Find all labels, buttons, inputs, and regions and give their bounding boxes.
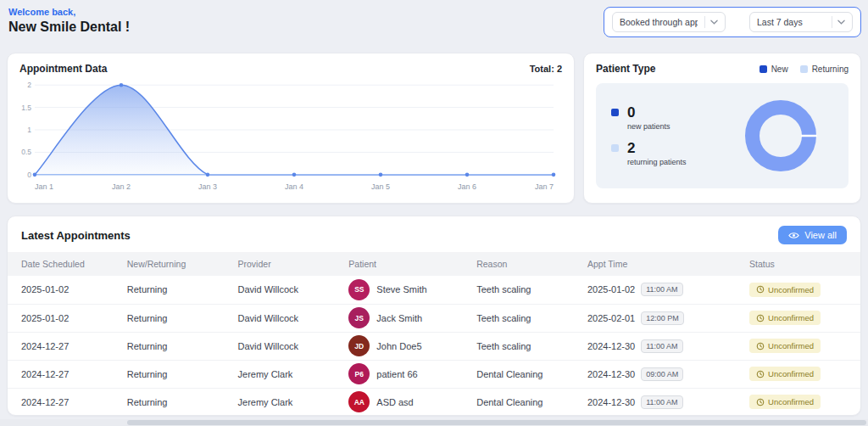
topbar: Welcome back, New Smile Dental ! Booked …	[8, 7, 861, 37]
cell-date-scheduled: 2025-01-02	[8, 304, 119, 332]
clinic-name: New Smile Dental !	[8, 20, 130, 35]
svg-text:Jan 6: Jan 6	[458, 182, 476, 191]
appointments-table: Date ScheduledNew/ReturningProviderPatie…	[8, 252, 860, 416]
clock-icon	[756, 342, 765, 350]
clock-icon	[756, 314, 765, 322]
clock-icon	[756, 398, 765, 406]
cell-new-returning: Returning	[119, 388, 230, 416]
new-patients-label: new patients	[627, 122, 687, 131]
patient-name: Steve Smith	[376, 284, 426, 294]
column-header: Patient	[340, 252, 468, 276]
svg-text:0.5: 0.5	[21, 148, 31, 156]
patient-type-title: Patient Type	[596, 63, 655, 75]
svg-text:Jan 1: Jan 1	[35, 182, 53, 191]
view-all-label: View all	[804, 230, 837, 240]
cell-appt-time: 2025-02-01 12:00 PM	[579, 304, 741, 332]
appt-time-badge: 11:00 AM	[641, 283, 682, 296]
svg-text:Jan 2: Jan 2	[112, 182, 131, 191]
cell-status: Unconfirmed	[741, 332, 860, 360]
column-header: Reason	[468, 252, 579, 276]
cell-appt-time: 2025-01-02 11:00 AM	[579, 276, 741, 304]
cell-provider: Jeremy Clark	[230, 388, 341, 416]
appt-date: 2025-01-02	[587, 284, 635, 294]
cell-date-scheduled: 2025-01-02	[8, 276, 119, 304]
status-badge: Unconfirmed	[749, 339, 821, 353]
appointment-area-chart: 00.511.52Jan 1Jan 2Jan 3Jan 4Jan 5Jan 6J…	[19, 78, 562, 195]
column-header: Provider	[230, 252, 341, 276]
cell-reason: Dental Cleaning	[468, 360, 579, 388]
new-patients-swatch	[611, 109, 619, 116]
legend-item[interactable]: Returning	[800, 64, 849, 74]
chevron-down-icon	[837, 20, 845, 25]
cell-date-scheduled: 2024-12-27	[8, 388, 119, 416]
returning-patients-count: 2	[627, 141, 635, 157]
view-all-button[interactable]: View all	[778, 226, 847, 244]
status-label: Unconfirmed	[768, 369, 814, 378]
greeting-block: Welcome back, New Smile Dental !	[8, 7, 130, 35]
appointments-table-header-row: Date ScheduledNew/ReturningProviderPatie…	[8, 252, 860, 276]
legend-item[interactable]: New	[760, 64, 788, 74]
cell-appt-time: 2024-12-30 11:00 AM	[579, 332, 741, 360]
appointment-data-card: Appointment Data Total: 2 00.511.52Jan 1…	[7, 53, 575, 204]
latest-appointments-head: Latest Appointments View all	[8, 216, 860, 252]
table-row[interactable]: 2025-01-02 Returning David Willcock JS J…	[8, 304, 860, 332]
svg-text:2: 2	[27, 81, 31, 89]
cell-appt-time: 2024-12-30 11:00 AM	[579, 388, 741, 416]
date-range-select[interactable]: Last 7 days	[749, 12, 853, 32]
cell-provider: David Willcock	[230, 304, 341, 332]
table-row[interactable]: 2024-12-27 Returning Jeremy Clark AA ASD…	[8, 388, 860, 416]
column-header: New/Returning	[119, 252, 230, 276]
cell-reason: Teeth scaling	[468, 304, 579, 332]
status-label: Unconfirmed	[768, 341, 814, 350]
appt-time-badge: 09:00 AM	[641, 367, 683, 381]
cell-status: Unconfirmed	[741, 388, 860, 416]
svg-text:Jan 7: Jan 7	[535, 182, 554, 191]
legend-label: Returning	[812, 64, 849, 74]
cell-patient: SS Steve Smith	[340, 276, 468, 304]
status-badge: Unconfirmed	[749, 395, 821, 409]
table-row[interactable]: 2024-12-27 Returning Jeremy Clark P6 pat…	[8, 360, 860, 388]
latest-appointments-card: Latest Appointments View all Date Schedu…	[7, 216, 861, 416]
patient-type-head: Patient Type NewReturning	[596, 63, 849, 75]
svg-text:Jan 5: Jan 5	[371, 182, 390, 191]
patient-type-donut-chart	[738, 93, 823, 178]
appointment-total: Total: 2	[530, 64, 562, 74]
latest-appointments-title: Latest Appointments	[21, 229, 131, 242]
chevron-down-icon	[710, 20, 718, 25]
greeting: Welcome back,	[8, 7, 130, 17]
cell-patient: JS Jack Smith	[340, 304, 468, 332]
appt-time-badge: 12:00 PM	[641, 311, 684, 325]
booking-source-select[interactable]: Booked through app	[612, 12, 726, 32]
legend-swatch	[760, 65, 767, 73]
new-patients-stat: 0 new patients	[611, 105, 687, 131]
cell-new-returning: Returning	[119, 360, 230, 388]
cell-status: Unconfirmed	[741, 304, 860, 332]
patient-name: John Doe5	[376, 341, 421, 351]
date-range-value: Last 7 days	[757, 17, 825, 27]
cell-provider: David Willcock	[230, 332, 341, 360]
cell-new-returning: Returning	[119, 276, 230, 304]
column-header: Date Scheduled	[8, 252, 119, 276]
patient-avatar: P6	[348, 363, 370, 384]
legend-label: New	[771, 64, 788, 74]
cell-new-returning: Returning	[119, 332, 230, 360]
filters-group: Booked through app Last 7 days	[604, 7, 861, 37]
cell-reason: Dental Cleaning	[468, 388, 579, 416]
table-row[interactable]: 2024-12-27 Returning David Willcock JD J…	[8, 332, 860, 360]
patient-avatar: SS	[348, 279, 370, 300]
column-header: Appt Time	[579, 252, 741, 276]
patient-avatar: JD	[348, 335, 370, 356]
horizontal-scrollbar-track[interactable]	[0, 419, 868, 426]
legend-swatch	[800, 65, 808, 73]
svg-text:1.5: 1.5	[21, 104, 31, 112]
horizontal-scrollbar-thumb[interactable]	[127, 420, 866, 425]
returning-patients-swatch	[611, 144, 619, 152]
svg-text:0: 0	[27, 171, 31, 179]
appt-date: 2024-12-30	[587, 397, 635, 407]
patient-avatar: JS	[348, 307, 370, 328]
cell-new-returning: Returning	[119, 304, 230, 332]
appt-time-badge: 11:00 AM	[641, 339, 682, 353]
cell-date-scheduled: 2024-12-27	[8, 332, 119, 360]
patient-stats: 0 new patients 2 returning patients	[611, 105, 687, 165]
table-row[interactable]: 2025-01-02 Returning David Willcock SS S…	[8, 276, 860, 304]
